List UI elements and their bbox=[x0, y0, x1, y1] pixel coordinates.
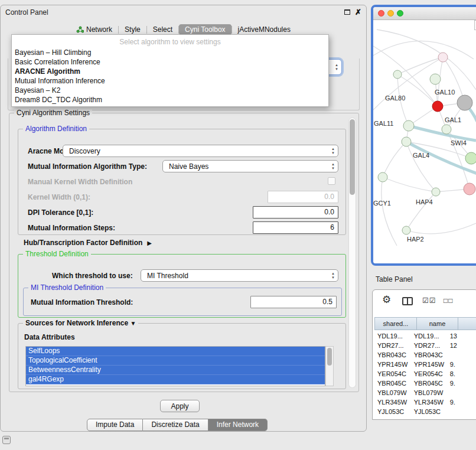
network-edge bbox=[383, 177, 436, 192]
attribute-item-gal4rgexp[interactable]: gal4RGexp bbox=[26, 375, 325, 384]
network-node[interactable] bbox=[393, 70, 402, 79]
close-traffic-icon[interactable] bbox=[378, 10, 384, 17]
algorithm-option-bayesian-k2[interactable]: Bayesian – K2 bbox=[12, 86, 328, 95]
algorithm-option-bayesian-hill-climbing[interactable]: Bayesian – Hill Climbing bbox=[12, 48, 328, 57]
algorithm-option-basic-correlation-inference[interactable]: Basic Correlation Inference bbox=[12, 57, 328, 67]
tab-jactivemnodules[interactable]: jActiveMNodules bbox=[232, 24, 296, 35]
network-view-window[interactable]: GAL80GAL10GAL11GAL1SWI4GAL4GCY1HAP4HAP2 bbox=[371, 5, 476, 266]
select-all-checkboxes-icon[interactable]: ☑☑ bbox=[422, 296, 436, 305]
attribute-item-betweennesscentrality[interactable]: BetweennessCentrality bbox=[26, 366, 325, 375]
aracne-mode-value: Discovery bbox=[69, 147, 100, 155]
attributes-scrollbar[interactable] bbox=[325, 346, 334, 386]
close-icon[interactable]: ✗ bbox=[355, 8, 361, 16]
settings-scrollbar-thumb[interactable] bbox=[350, 119, 355, 195]
hub-definition-label: Hub/Transcription Factor Definition bbox=[24, 239, 142, 247]
bottom-tab-impute-data[interactable]: Impute Data bbox=[87, 419, 143, 431]
sources-toggle[interactable]: Sources for Network Inference ▼ bbox=[23, 319, 138, 327]
network-node[interactable] bbox=[465, 152, 476, 164]
mi-algorithm-type-label: Mutual Information Algorithm Type: bbox=[28, 162, 147, 171]
table-panel-title: Table Panel bbox=[376, 275, 413, 283]
network-edge bbox=[377, 30, 476, 90]
network-node[interactable] bbox=[464, 183, 475, 195]
column-header-name[interactable]: name bbox=[417, 318, 458, 330]
network-node[interactable] bbox=[402, 226, 410, 234]
network-window-titlebar[interactable] bbox=[373, 7, 476, 20]
data-attributes-list: SelfLoopsTopologicalCoefficientBetweenne… bbox=[25, 346, 325, 386]
attributes-scrollbar-thumb[interactable] bbox=[327, 348, 332, 366]
mi-algorithm-type-select[interactable]: Naive Bayes ▲▼ bbox=[162, 160, 338, 172]
tab-style[interactable]: Style bbox=[119, 24, 146, 35]
table-cell: 9. bbox=[447, 397, 476, 407]
algorithm-option-aracne-algorithm[interactable]: ARACNE Algorithm bbox=[12, 67, 328, 76]
aracne-mode-select[interactable]: Discovery ▲▼ bbox=[63, 145, 338, 157]
table-row[interactable]: YJL053CYJL053C bbox=[374, 407, 476, 416]
tab-label: jActiveMNodules bbox=[238, 25, 291, 34]
hub-definition-toggle[interactable]: Hub/Transcription Factor Definition ▶ bbox=[24, 239, 152, 247]
table-cell: 8. bbox=[447, 369, 476, 379]
which-threshold-select[interactable]: MI Threshold ▲▼ bbox=[141, 269, 338, 282]
network-node[interactable] bbox=[438, 53, 448, 62]
mi-steps-field[interactable]: 6 bbox=[253, 221, 338, 234]
bottom-tab-infer-network[interactable]: Infer Network bbox=[208, 419, 268, 431]
network-node[interactable] bbox=[430, 74, 441, 84]
attribute-item-topologicalcoefficient[interactable]: TopologicalCoefficient bbox=[26, 356, 325, 366]
network-canvas[interactable]: GAL80GAL10GAL11GAL1SWI4GAL4GCY1HAP4HAP2 bbox=[373, 20, 476, 263]
network-node[interactable] bbox=[432, 188, 440, 196]
table-row[interactable]: YER054CYER054C8. bbox=[374, 369, 476, 379]
network-node[interactable] bbox=[378, 172, 387, 182]
apply-button[interactable]: Apply bbox=[160, 400, 200, 412]
expand-right-icon: ▶ bbox=[147, 240, 152, 246]
dpi-tolerance-field[interactable]: 0.0 bbox=[253, 206, 338, 219]
zoom-traffic-icon[interactable] bbox=[397, 10, 403, 17]
network-node[interactable] bbox=[457, 95, 472, 110]
table-cell: YDL19... bbox=[374, 331, 411, 341]
sources-title: Sources for Network Inference bbox=[25, 319, 128, 327]
table-row[interactable]: YBR043CYBR043C bbox=[374, 350, 476, 360]
control-panel-title: Control Panel bbox=[5, 8, 48, 17]
table-row[interactable]: YPR145WYPR145W9. bbox=[374, 360, 476, 369]
network-node[interactable] bbox=[403, 120, 414, 131]
column-header-extra[interactable] bbox=[458, 318, 476, 330]
network-node[interactable] bbox=[442, 125, 451, 134]
attribute-item-selfloops[interactable]: SelfLoops bbox=[26, 347, 325, 356]
deselect-all-checkboxes-icon[interactable]: □□ bbox=[444, 296, 454, 305]
collapsed-panel-icon[interactable] bbox=[2, 436, 11, 444]
minimize-traffic-icon[interactable] bbox=[387, 10, 394, 17]
bottom-tabs: Impute DataDiscretize DataInfer Network bbox=[87, 419, 268, 431]
table-row[interactable]: YBL079WYBL079W bbox=[374, 388, 476, 397]
algorithm-option-mutual-information-inference[interactable]: Mutual Information Inference bbox=[12, 76, 328, 86]
mi-steps-label: Mutual Information Steps: bbox=[28, 224, 115, 232]
table-row[interactable]: YBR045CYBR045C9. bbox=[374, 379, 476, 388]
bottom-tab-discretize-data[interactable]: Discretize Data bbox=[143, 419, 208, 431]
network-edge bbox=[406, 142, 471, 158]
column-header-shared[interactable]: shared... bbox=[375, 318, 417, 330]
table-cell: 9. bbox=[447, 360, 476, 369]
algorithm-dropdown-popup: Select algorithm to view settings Bayesi… bbox=[11, 34, 329, 107]
manual-kernel-width-checkbox[interactable] bbox=[328, 177, 335, 185]
table-row[interactable]: YDR27...YDR27...12 bbox=[374, 341, 476, 350]
kernel-width-field[interactable]: 0.0 bbox=[268, 191, 338, 203]
algorithm-option-dream8-dc-tdc-algorithm[interactable]: Dream8 DC_TDC Algorithm bbox=[12, 95, 328, 105]
algorithm-definition-title: Algorithm Definition bbox=[23, 125, 89, 133]
mi-threshold-field[interactable]: 0.5 bbox=[250, 296, 337, 308]
float-window-icon[interactable] bbox=[344, 9, 350, 15]
network-edge bbox=[406, 223, 476, 234]
algorithm-dropdown-placeholder: Select algorithm to view settings bbox=[12, 35, 328, 48]
settings-scrollbar[interactable] bbox=[348, 118, 356, 388]
table-row[interactable]: YDL19...YDL19...13 bbox=[374, 331, 476, 341]
dropdown-arrows-icon: ▲▼ bbox=[331, 272, 335, 280]
table-cell: YDL19... bbox=[411, 331, 447, 341]
dpi-tolerance-label: DPI Tolerance [0,1]: bbox=[28, 208, 93, 217]
gear-icon[interactable]: ⚙ bbox=[382, 295, 391, 305]
algorithm-definition-group: Algorithm Definition Aracne Mode: Discov… bbox=[18, 129, 346, 235]
table-row[interactable]: YLR345WYLR345W9. bbox=[374, 397, 476, 407]
tab-cyni-toolbox[interactable]: Cyni Toolbox bbox=[179, 24, 231, 35]
network-node[interactable] bbox=[432, 101, 443, 112]
table-cell bbox=[447, 350, 476, 360]
table-cell: YBR045C bbox=[411, 379, 447, 388]
tab-select[interactable]: Select bbox=[147, 24, 178, 35]
columns-icon[interactable] bbox=[402, 297, 413, 305]
network-node[interactable] bbox=[402, 137, 411, 146]
tab-network[interactable]: Network bbox=[70, 24, 118, 35]
network-graph-svg[interactable] bbox=[373, 20, 476, 263]
